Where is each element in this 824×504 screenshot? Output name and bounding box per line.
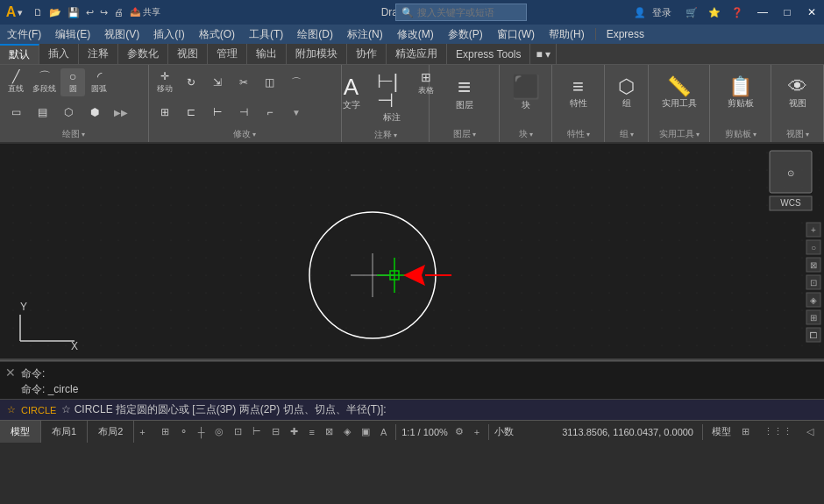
menu-insert[interactable]: 插入(I) bbox=[146, 25, 191, 44]
tool-move[interactable]: ✛移动 bbox=[153, 68, 177, 96]
polar-icon[interactable]: ◎ bbox=[211, 426, 227, 437]
tab-collab[interactable]: 协作 bbox=[347, 44, 387, 64]
ducs-icon[interactable]: ⊟ bbox=[268, 426, 283, 437]
tool-polyline[interactable]: ⌒ 多段线 bbox=[30, 68, 59, 96]
close-btn[interactable]: ✕ bbox=[799, 0, 824, 25]
osnap-icon[interactable]: ⊡ bbox=[231, 426, 245, 437]
tool-gradient[interactable]: ⬡ bbox=[56, 105, 81, 119]
share-btn[interactable]: 📤 共享 bbox=[128, 4, 162, 20]
dyn-icon[interactable]: ✚ bbox=[287, 426, 302, 437]
collapse-btn[interactable]: ◁ bbox=[803, 426, 817, 437]
group-properties-label: 特性▾ bbox=[567, 128, 590, 140]
add-layout-btn[interactable]: + bbox=[134, 421, 150, 443]
tool-scale[interactable]: ⇲ bbox=[205, 68, 230, 96]
menu-express[interactable]: Express bbox=[600, 25, 651, 44]
tab-layout2[interactable]: 布局2 bbox=[88, 421, 134, 443]
tool-group[interactable]: ⬡ 组 bbox=[608, 68, 645, 117]
grid-icon[interactable]: ⚬ bbox=[176, 426, 191, 437]
menu-window[interactable]: 窗口(W) bbox=[490, 25, 542, 44]
user-login[interactable]: 👤 登录 bbox=[630, 4, 678, 21]
lw-icon[interactable]: ≡ bbox=[305, 427, 317, 437]
search-input[interactable] bbox=[417, 7, 522, 18]
save-btn[interactable]: 💾 bbox=[66, 5, 82, 20]
qp-icon[interactable]: ◈ bbox=[340, 426, 354, 437]
tool-trim[interactable]: ✂ bbox=[231, 68, 256, 96]
tmode-icon[interactable]: ⊠ bbox=[322, 426, 337, 437]
tab-more[interactable]: ■ ▾ bbox=[530, 44, 557, 64]
menu-modify[interactable]: 修改(M) bbox=[390, 25, 441, 44]
undo-btn[interactable]: ↩ bbox=[84, 5, 96, 20]
open-btn[interactable]: 📂 bbox=[47, 5, 63, 20]
minimize-btn[interactable]: — bbox=[750, 0, 775, 25]
menu-params[interactable]: 参数(P) bbox=[441, 25, 490, 44]
tab-view[interactable]: 视图 bbox=[168, 44, 208, 64]
grid-btn[interactable]: ⊞ bbox=[738, 426, 753, 437]
tool-properties[interactable]: ≡ 特性 bbox=[560, 68, 597, 117]
app-logo[interactable]: A ▾ bbox=[0, 4, 28, 20]
tab-model[interactable]: 模型 bbox=[0, 421, 41, 443]
tool-dimension[interactable]: ⊢|⊣ 标注 bbox=[373, 68, 410, 127]
annot-icon[interactable]: A bbox=[377, 427, 390, 437]
tool-break[interactable]: ⊣ bbox=[231, 104, 256, 120]
help-icon[interactable]: ⭐ bbox=[705, 5, 724, 20]
tab-params[interactable]: 参数化 bbox=[118, 44, 168, 64]
circle-cmd-label: CIRCLE bbox=[21, 405, 56, 415]
new-btn[interactable]: 🗋 bbox=[32, 5, 45, 19]
tab-layout1[interactable]: 布局1 bbox=[41, 421, 88, 443]
tool-offset[interactable]: ⊏ bbox=[179, 104, 203, 120]
tool-view[interactable]: 👁 视图 bbox=[779, 68, 816, 117]
otrack-icon[interactable]: ⊢ bbox=[249, 426, 265, 437]
tool-rect[interactable]: ▭ bbox=[4, 105, 28, 119]
redo-btn[interactable]: ↪ bbox=[98, 5, 110, 20]
menu-format[interactable]: 格式(O) bbox=[192, 25, 242, 44]
tool-chamfer[interactable]: ⌐ bbox=[258, 104, 282, 120]
tool-circle[interactable]: ○ 圆 bbox=[60, 68, 85, 96]
restore-btn[interactable]: □ bbox=[775, 0, 799, 25]
tool-hatch[interactable]: ▤ bbox=[30, 105, 54, 119]
coordinates-display: 3113.8506, 1160.0437, 0.0000 模型 ⊞ ⋮⋮⋮ ◁ bbox=[562, 424, 824, 440]
tab-featured[interactable]: 精选应用 bbox=[387, 44, 447, 64]
menu-edit[interactable]: 编辑(E) bbox=[48, 25, 97, 44]
tool-layer[interactable]: ≡ 图层 bbox=[446, 68, 483, 117]
menu-file[interactable]: 文件(F) bbox=[0, 25, 48, 44]
search-box[interactable]: 🔍 bbox=[395, 4, 527, 21]
tool-block[interactable]: ⬛ 块 bbox=[508, 68, 544, 117]
tool-clipboard[interactable]: 📋 剪贴板 bbox=[722, 68, 759, 117]
menu-draw[interactable]: 绘图(D) bbox=[290, 25, 340, 44]
sc-icon[interactable]: ▣ bbox=[358, 426, 373, 437]
tab-annotate[interactable]: 注释 bbox=[79, 44, 118, 64]
tab-output[interactable]: 输出 bbox=[247, 44, 287, 64]
tool-more-draw[interactable]: ▶▶ bbox=[109, 105, 133, 119]
menu-view[interactable]: 视图(V) bbox=[97, 25, 146, 44]
command-panel-close[interactable]: ✕ bbox=[5, 366, 16, 380]
help-question[interactable]: ❓ bbox=[728, 5, 747, 20]
tab-manage[interactable]: 管理 bbox=[208, 44, 247, 64]
tool-more-modify[interactable]: ▼ bbox=[284, 104, 309, 120]
gear-icon[interactable]: ⚙ bbox=[451, 426, 467, 437]
tab-addons[interactable]: 附加模块 bbox=[287, 44, 347, 64]
tool-line[interactable]: ╱ 直线 bbox=[4, 68, 28, 96]
tool-region[interactable]: ⬢ bbox=[82, 105, 107, 119]
ortho-icon[interactable]: ┼ bbox=[195, 427, 209, 437]
tool-array[interactable]: ⊞ bbox=[153, 104, 177, 120]
plus-icon[interactable]: + bbox=[471, 427, 483, 437]
tool-arc[interactable]: ◜ 圆弧 bbox=[87, 68, 111, 96]
block-tools: ⬛ 块 bbox=[508, 68, 544, 126]
plot-btn[interactable]: 🖨 bbox=[112, 5, 125, 19]
tool-fillet[interactable]: ⌒ bbox=[284, 68, 309, 96]
dots-btn[interactable]: ⋮⋮⋮ bbox=[760, 426, 796, 437]
tab-express[interactable]: Express Tools bbox=[447, 44, 530, 64]
drawing-canvas[interactable]: Y X ⊙ WCS + ○ ⊠ ⊡ ◈ ⊞ ⧠ bbox=[0, 144, 824, 358]
menu-dimension[interactable]: 标注(N) bbox=[340, 25, 390, 44]
tool-rotate[interactable]: ↻ bbox=[179, 68, 203, 96]
tool-utility[interactable]: 📏 实用工具 bbox=[658, 68, 700, 117]
tab-insert[interactable]: 插入 bbox=[39, 44, 79, 64]
account-icon[interactable]: 🛒 bbox=[682, 5, 701, 20]
menu-tools[interactable]: 工具(T) bbox=[242, 25, 290, 44]
tool-text[interactable]: A 文字 bbox=[333, 68, 370, 117]
tab-default[interactable]: 默认 bbox=[0, 44, 39, 64]
tool-extend[interactable]: ⊢ bbox=[205, 104, 230, 120]
snap-icon[interactable]: ⊞ bbox=[158, 426, 173, 437]
menu-help[interactable]: 帮助(H) bbox=[542, 25, 592, 44]
tool-mirror[interactable]: ◫ bbox=[258, 68, 282, 96]
